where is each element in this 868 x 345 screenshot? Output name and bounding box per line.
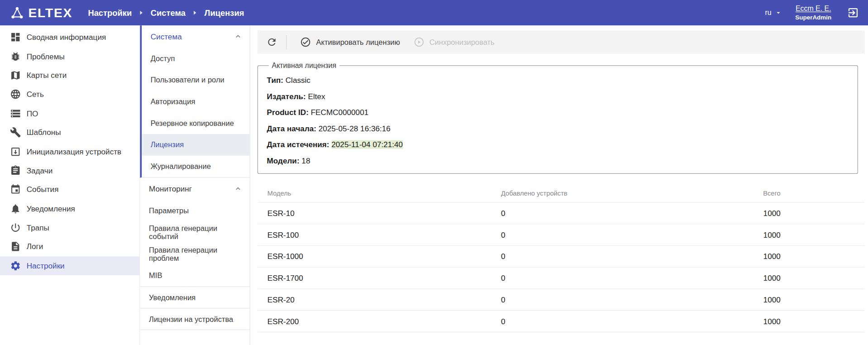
cell-added: 0 <box>501 273 693 283</box>
sidebar-item-label: Карты сети <box>27 71 67 80</box>
table-row: ESR-100 0 1000 <box>258 224 865 246</box>
sidebar-item-label: Уведомления <box>27 204 75 213</box>
top-header-bar: ELTEX Настройки Система Лицензия ru Eccm… <box>0 0 868 25</box>
user-role-label: SuperAdmin <box>795 14 831 22</box>
dashboard-icon <box>10 32 21 43</box>
user-name-link[interactable]: Eccm E. E. <box>795 4 831 13</box>
sidebar-item-device-init[interactable]: Инициализация устройств <box>0 142 139 161</box>
cell-model: ESR-1000 <box>267 252 501 261</box>
submenu-item-license[interactable]: Лицензия <box>142 134 250 156</box>
license-toolbar: Активировать лицензию Синхронизировать <box>258 30 865 53</box>
language-selector[interactable]: ru <box>765 9 782 17</box>
submenu-item-mib[interactable]: MIB <box>140 265 249 287</box>
breadcrumb: Настройки Система Лицензия <box>88 8 244 18</box>
gear-icon <box>10 260 21 271</box>
sidebar-item-events[interactable]: События <box>0 180 139 199</box>
sidebar-item-network[interactable]: Сеть <box>0 85 139 104</box>
sidebar-item-label: Инициализация устройств <box>27 147 121 156</box>
synchronize-label: Синхронизировать <box>429 38 495 46</box>
refresh-button[interactable] <box>264 34 279 50</box>
check-circle-icon <box>300 37 311 48</box>
license-field-publisher: Издатель: Eltex <box>267 92 849 101</box>
sidebar-item-notifications[interactable]: Уведомления <box>0 199 139 218</box>
submenu-item-event-rules[interactable]: Правила генерации событий <box>140 221 249 243</box>
cell-added: 0 <box>501 230 693 240</box>
synchronize-button[interactable]: Синхронизировать <box>407 30 501 53</box>
eltex-logo[interactable]: ELTEX <box>10 5 72 20</box>
sidebar-item-software[interactable]: ПО <box>0 104 139 123</box>
globe-icon <box>10 89 21 100</box>
cell-added: 0 <box>501 209 693 218</box>
license-field-type: Тип: Classic <box>267 76 849 85</box>
breadcrumb-license[interactable]: Лицензия <box>205 8 244 18</box>
license-field-product-id: Product ID: FECMC0000001 <box>267 108 849 117</box>
submenu-item-access[interactable]: Доступ <box>142 48 250 69</box>
cell-model: ESR-200 <box>267 317 501 326</box>
calendar-icon <box>10 184 21 195</box>
license-field-value: Classic <box>286 76 310 85</box>
sidebar-item-label: Шаблоны <box>27 128 61 137</box>
cell-added: 0 <box>501 295 693 304</box>
sidebar-item-label: Сеть <box>27 90 44 99</box>
submenu-group-label: Мониторинг <box>149 184 192 193</box>
submenu-item-notifications[interactable]: Уведомления <box>140 287 249 309</box>
license-field-start-date: Дата начала: 2025-05-28 16:36:16 <box>267 124 849 133</box>
toolbar-divider <box>286 35 286 49</box>
log-document-icon <box>10 241 21 252</box>
cell-model: ESR-20 <box>267 295 501 304</box>
sidebar-item-tasks[interactable]: Задачи <box>0 161 139 180</box>
submenu-item-parameters[interactable]: Параметры <box>140 200 249 222</box>
sidebar-item-label: Сводная информация <box>27 33 106 42</box>
table-row: ESR-1700 0 1000 <box>258 268 865 289</box>
sidebar-item-traps[interactable]: Трапы <box>0 218 139 237</box>
submenu-group-label: Система <box>151 32 182 41</box>
logout-icon <box>847 7 859 19</box>
sidebar-item-logs[interactable]: Логи <box>0 237 139 256</box>
submenu-group-system-header[interactable]: Система <box>142 25 250 48</box>
eltex-logo-text: ELTEX <box>28 5 72 20</box>
column-header-model: Модель <box>267 189 501 197</box>
device-init-icon <box>10 146 21 157</box>
cell-total: 1000 <box>693 209 864 218</box>
sidebar-item-settings[interactable]: Настройки <box>0 256 139 275</box>
license-field-value: Eltex <box>308 92 325 101</box>
sidebar-item-label: Логи <box>27 242 43 251</box>
secondary-sidebar: Система Доступ Пользователи и роли Автор… <box>140 25 250 345</box>
cell-model: ESR-100 <box>267 230 501 240</box>
sidebar-item-problems[interactable]: Проблемы <box>0 47 139 66</box>
table-row: ESR-10 0 1000 <box>258 203 865 225</box>
activate-license-button[interactable]: Активировать лицензию <box>293 30 406 53</box>
active-license-panel: Активная лицензия Тип: Classic Издатель:… <box>258 62 858 174</box>
sidebar-item-network-maps[interactable]: Карты сети <box>0 66 139 85</box>
submenu-item-authorization[interactable]: Авторизация <box>142 91 250 113</box>
sidebar-item-summary[interactable]: Сводная информация <box>0 28 139 47</box>
logout-button[interactable] <box>847 7 859 19</box>
submenu-group-system: Система Доступ Пользователи и роли Автор… <box>140 25 249 177</box>
submenu-item-device-licenses[interactable]: Лицензии на устройства <box>140 308 249 330</box>
breadcrumb-settings[interactable]: Настройки <box>88 8 132 18</box>
breadcrumb-system[interactable]: Система <box>151 8 186 18</box>
cell-model: ESR-1700 <box>267 273 501 283</box>
play-circle-icon <box>413 37 424 48</box>
user-menu[interactable]: Eccm E. E. SuperAdmin <box>795 4 831 22</box>
license-field-expiry-date: Дата истечения: 2025-11-04 07:21:40 <box>267 140 849 149</box>
table-row: ESR-1000 0 1000 <box>258 246 865 268</box>
cell-added: 0 <box>501 252 693 261</box>
sidebar-item-label: ПО <box>27 109 38 118</box>
submenu-item-problem-rules[interactable]: Правила генерации проблем <box>140 243 249 265</box>
table-row: ESR-20 0 1000 <box>258 289 865 311</box>
license-field-value-highlighted: 2025-11-04 07:21:40 <box>331 140 403 149</box>
main-content: Активировать лицензию Синхронизировать А… <box>250 25 868 345</box>
submenu-group-monitoring-header[interactable]: Мониторинг <box>140 178 249 200</box>
submenu-item-users-roles[interactable]: Пользователи и роли <box>142 69 250 91</box>
chevron-up-icon <box>234 184 243 193</box>
sidebar-item-templates[interactable]: Шаблоны <box>0 123 139 142</box>
primary-sidebar: Сводная информация Проблемы Карты сети С… <box>0 25 140 345</box>
breadcrumb-arrow-icon <box>138 10 145 16</box>
submenu-item-logging[interactable]: Журналирование <box>142 156 250 177</box>
submenu-item-backup[interactable]: Резервное копирование <box>142 112 250 134</box>
tasks-icon <box>10 165 21 176</box>
storage-icon <box>10 108 21 119</box>
column-header-added-devices: Добавлено устройств <box>501 189 693 197</box>
sidebar-item-label: Задачи <box>27 166 53 175</box>
